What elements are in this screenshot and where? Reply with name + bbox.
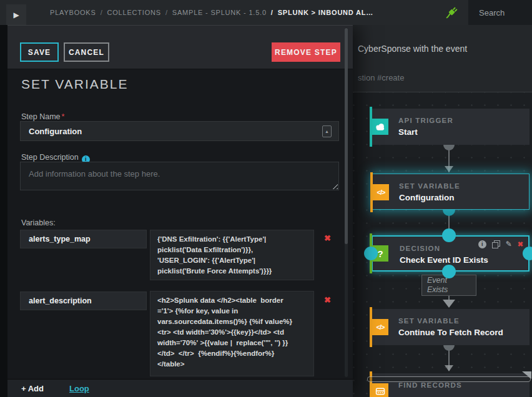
panel-header: SAVE CANCEL REMOVE STEP	[7, 26, 353, 69]
cancel-button[interactable]: CANCEL	[64, 42, 109, 62]
records-icon	[372, 383, 388, 397]
playbook-description-text: CyberSponse with the event	[358, 44, 467, 54]
connector-port[interactable]	[442, 228, 456, 242]
info-icon[interactable]: i	[478, 240, 486, 248]
required-asterisk: *	[62, 112, 65, 121]
step-name-label-text: Step Name	[21, 112, 61, 121]
cloud-icon	[372, 119, 388, 135]
delete-node-icon[interactable]: ✖	[518, 240, 523, 248]
connector-port[interactable]	[364, 247, 378, 260]
node-name-label: Start	[398, 127, 418, 137]
breadcrumb-separator: /	[271, 9, 273, 16]
node-type-label: DECISION	[400, 245, 440, 252]
step-editor-panel: SAVE CANCEL REMOVE STEP SET VARIABLE Ste…	[7, 25, 353, 397]
variable-name-input[interactable]	[20, 292, 147, 310]
node-type-label: SET VARIABLE	[398, 317, 460, 325]
insert-field-icon[interactable]: ▲	[322, 125, 332, 137]
variable-name-input[interactable]	[20, 230, 147, 248]
breadcrumb-item-current[interactable]: SPLUNK > INBOUND AL…	[278, 9, 373, 16]
connector-port[interactable]	[442, 265, 456, 278]
save-button[interactable]: SAVE	[20, 42, 59, 62]
edge-arrowhead-icon	[443, 300, 455, 308]
code-icon: </>	[372, 319, 388, 335]
variable-value-textarea[interactable]: {'DNS Exfiltration': {{'AlertType'| pick…	[150, 230, 314, 280]
edge-label-line: Exists	[427, 285, 471, 295]
panel-title: SET VARIABLE	[21, 77, 128, 92]
horizontal-scrollbar[interactable]	[367, 376, 531, 382]
topbar: ▶ PLAYBOOKS / COLLECTIONS / SAMPLE - SPL…	[0, 0, 532, 25]
node-api-trigger[interactable]: API TRIGGER Start	[372, 109, 530, 145]
node-name-label: Configuration	[399, 193, 454, 202]
node-name-label: Continue To Fetch Record	[398, 328, 503, 337]
add-variable-button[interactable]: + Add	[21, 384, 44, 393]
panel-scrollbar-thumb[interactable]	[345, 28, 348, 244]
breadcrumb-item-playbooks[interactable]: PLAYBOOKS	[50, 9, 96, 16]
delete-variable-icon[interactable]: ✖	[324, 233, 331, 243]
step-name-label: Step Name*	[21, 112, 64, 121]
node-type-label: API TRIGGER	[398, 117, 453, 124]
workflow-canvas: CyberSponse with the event stion #create…	[353, 25, 532, 397]
connector-port[interactable]	[523, 247, 532, 260]
breadcrumb-separator: /	[101, 9, 103, 16]
variables-label: Variables:	[21, 218, 56, 227]
step-description-wrap	[20, 162, 339, 190]
play-icon: ▶	[13, 11, 19, 19]
step-description-label-text: Step Description	[21, 153, 79, 162]
step-description-textarea[interactable]	[20, 162, 339, 190]
breadcrumb: PLAYBOOKS / COLLECTIONS / SAMPLE - SPLUN…	[50, 0, 373, 25]
copy-icon[interactable]	[492, 240, 500, 248]
panel-footer: + Add Loop	[7, 379, 353, 397]
node-set-variable-continue[interactable]: </> SET VARIABLE Continue To Fetch Recor…	[372, 309, 530, 345]
node-type-label: FIND RECORDS	[398, 381, 462, 389]
playbook-tag-text: stion #create	[358, 73, 404, 82]
edge-arrowhead-icon	[445, 166, 453, 172]
step-name-input[interactable]	[20, 121, 339, 141]
code-icon: </>	[373, 184, 389, 200]
edit-icon[interactable]: ✎	[506, 240, 512, 248]
run-playbook-button[interactable]: ▶	[6, 4, 26, 25]
node-set-variable-configuration[interactable]: </> SET VARIABLE Configuration	[372, 174, 530, 210]
breadcrumb-item-collection-name[interactable]: SAMPLE - SPLUNK - 1.5.0	[172, 9, 267, 16]
remove-step-button[interactable]: REMOVE STEP	[272, 42, 340, 62]
edge-arrowhead-icon	[445, 365, 453, 371]
app-window: CyberSponse with the event stion #create…	[0, 0, 532, 397]
delete-variable-icon[interactable]: ✖	[324, 295, 331, 305]
left-edge-panel	[0, 25, 7, 397]
search-input[interactable]	[468, 0, 532, 25]
search-box	[468, 0, 532, 25]
breadcrumb-separator: /	[165, 9, 168, 16]
variable-value-textarea[interactable]: <h2>Splunk data </h2><table border ='1'>…	[150, 291, 314, 376]
node-type-label: SET VARIABLE	[399, 182, 460, 190]
breadcrumb-item-collections[interactable]: COLLECTIONS	[107, 9, 161, 16]
node-toolbar: i ✎ ✖	[478, 240, 523, 248]
connector-plug-icon[interactable]	[445, 6, 458, 19]
node-name-label: Check Event ID Exists	[400, 255, 488, 265]
loop-link[interactable]: Loop	[69, 384, 89, 393]
